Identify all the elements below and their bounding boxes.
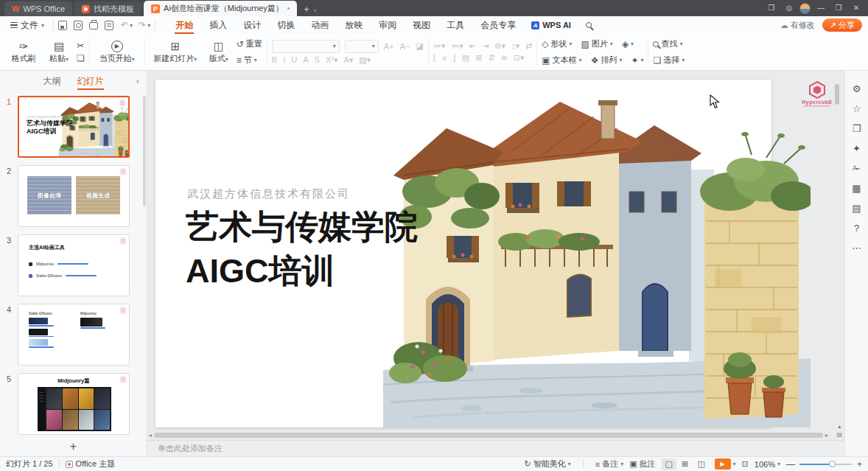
chart-tools-icon[interactable]: ▦ — [852, 184, 861, 194]
alignment-button[interactable]: ≋ — [501, 53, 508, 63]
properties-icon[interactable]: ⚙ — [853, 84, 861, 94]
share-button[interactable]: ↗ 分享 — [822, 18, 862, 32]
paragraph-button[interactable]: ⇥ — [482, 41, 489, 51]
alignment-button[interactable]: ⌋ — [452, 53, 455, 63]
sorter-view-button[interactable]: ⊞ — [678, 458, 693, 470]
avatar[interactable] — [799, 3, 811, 14]
panel-scrollbar[interactable] — [143, 96, 146, 206]
section-button[interactable]: ≡ 节 ▾ — [237, 53, 262, 67]
alignment-button[interactable]: ▤ — [462, 53, 469, 63]
add-slide-button[interactable]: + — [0, 437, 147, 456]
paragraph-button[interactable]: ⇤ — [469, 41, 476, 51]
skin-center-icon[interactable]: ✁ — [853, 164, 861, 174]
textbox-button[interactable]: ▣文本框▾ — [542, 53, 581, 67]
fit-to-window-icon[interactable]: ⊡ — [742, 459, 749, 469]
slide-artwork[interactable] — [383, 81, 811, 428]
zoom-in-button[interactable]: + — [857, 459, 862, 470]
slideshow-play-button[interactable]: ▶ — [715, 458, 731, 470]
menu-design[interactable]: 设计 — [235, 16, 269, 34]
paragraph-button[interactable]: ⊜▾ — [494, 41, 505, 51]
menu-review[interactable]: 审阅 — [371, 16, 405, 34]
menu-tools[interactable]: 工具 — [438, 16, 472, 34]
zoom-slider-thumb[interactable] — [829, 461, 836, 467]
menu-membership[interactable]: 会员专享 — [472, 16, 524, 34]
wps-ai-button[interactable]: A WPS AI — [524, 21, 578, 29]
font-style-button[interactable]: U — [291, 55, 297, 64]
slide-thumbnail-5[interactable]: Midjounry篇 — [18, 373, 130, 435]
export-icon[interactable] — [74, 21, 83, 30]
smart-beautify-button[interactable]: ↻ 智能美化▾ — [525, 458, 571, 470]
zoom-out-button[interactable]: — — [786, 459, 795, 470]
smart-graphic-button[interactable]: ◈▾ — [622, 37, 634, 51]
font-style-button[interactable]: A — [303, 55, 308, 64]
favorites-icon[interactable]: ☆ — [853, 104, 861, 114]
tab-docer-templates[interactable]: 找稻壳模板 — [74, 1, 141, 16]
paragraph-button[interactable]: ⇄ — [525, 41, 532, 51]
font-style-button[interactable]: ▨▾ — [359, 55, 371, 65]
alignment-button[interactable]: ⊡▾ — [514, 53, 525, 63]
font-size-select[interactable]: ▾ — [345, 40, 379, 53]
undo-button[interactable]: ↶ — [121, 20, 128, 30]
scroll-right-icon[interactable]: ▸ — [825, 432, 828, 439]
horizontal-scrollbar-thumb[interactable] — [154, 433, 823, 438]
reset-button[interactable]: ↺ 重置 — [237, 37, 262, 51]
slide-thumbnail-1[interactable]: 武汉超方体信息技术有限公司 艺术与传媒学院 AIGC培训 ⬡ — [18, 96, 130, 158]
scroll-left-icon[interactable]: ◂ — [149, 432, 152, 439]
menu-insert[interactable]: 插入 — [201, 16, 235, 34]
help-icon[interactable]: ? — [854, 223, 859, 234]
notes-input[interactable]: 单击此处添加备注 — [147, 440, 844, 456]
new-tab-button[interactable]: + — [299, 4, 314, 16]
search-icon[interactable] — [586, 22, 592, 28]
menu-transition[interactable]: 切换 — [269, 16, 303, 34]
paste-button[interactable]: ▤ 粘贴▾ — [41, 41, 77, 64]
menu-animation[interactable]: 动画 — [303, 16, 337, 34]
restore-button[interactable]: ❐ — [831, 0, 846, 16]
vertical-scrollbar[interactable] — [834, 78, 840, 422]
more-icon[interactable]: ⋯ — [852, 243, 861, 254]
font-style-button[interactable]: B — [272, 55, 277, 64]
font-size-button[interactable]: A− — [400, 42, 410, 51]
previous-slide-button[interactable]: ▴ — [838, 423, 841, 430]
zoom-level-button[interactable]: 106%▾ — [755, 460, 780, 469]
alignment-button[interactable]: ⇵ — [488, 53, 494, 63]
slide-thumbnail-3[interactable]: 主流AI绘画工具 Midjourney Stable Diffusion ⬡ — [18, 234, 130, 296]
save-icon[interactable] — [58, 21, 67, 30]
paragraph-button[interactable]: ≔▾ — [433, 41, 446, 51]
workspace-icon[interactable]: ◎ — [782, 0, 797, 16]
slide-company-text[interactable]: 武汉超方体信息技术有限公司 — [187, 187, 350, 201]
normal-view-button[interactable]: ▢ — [662, 458, 676, 470]
slide-thumbnail-2[interactable]: 图像处理 视频生成 ⬡ — [18, 165, 130, 227]
font-size-button[interactable]: ◪ — [416, 41, 423, 51]
file-menu-button[interactable]: 文件 ▾ — [6, 19, 49, 32]
tab-wps-office[interactable]: W WPS Office — [4, 1, 72, 16]
font-style-button[interactable]: X²▾ — [326, 55, 338, 65]
new-slide-button[interactable]: ⊞ 新建幻灯片▾ — [150, 41, 201, 64]
print-preview-icon[interactable] — [105, 21, 113, 30]
minimize-button[interactable]: — — [813, 0, 828, 16]
slide-title-text[interactable]: 艺术与传媒学院 AIGC培训 — [186, 205, 418, 293]
reading-view-button[interactable]: ◫ — [694, 458, 709, 470]
copy-icon[interactable]: ❏ — [77, 54, 85, 63]
resources-icon[interactable]: ▤ — [852, 203, 861, 214]
alignment-button[interactable]: ⌊ — [433, 53, 436, 63]
menu-home[interactable]: 开始 — [167, 16, 201, 34]
company-logo[interactable]: HypercubE — [797, 75, 837, 112]
font-style-button[interactable]: I — [283, 55, 285, 64]
format-painter-button[interactable]: ✑ 格式刷 — [6, 41, 41, 64]
ai-tools-icon[interactable]: ✦ — [853, 144, 861, 154]
shapes-button[interactable]: ◇形状▾ — [542, 37, 572, 51]
font-style-button[interactable]: A▾ — [343, 55, 353, 65]
theme-label[interactable]: Office 主题 — [76, 458, 116, 470]
tab-outline[interactable]: 大纲 — [43, 71, 61, 91]
slide-library-icon[interactable]: ❐ — [853, 124, 861, 134]
layout-button[interactable]: ◫ 版式▾ — [201, 41, 237, 64]
page-nav-icon[interactable]: ▤ — [836, 431, 842, 438]
find-button[interactable]: 查找▾ — [653, 37, 685, 51]
print-icon[interactable] — [89, 22, 98, 29]
notes-button[interactable]: ≡ 备注▾ — [595, 458, 623, 470]
close-button[interactable]: ✕ — [849, 0, 864, 16]
menu-view[interactable]: 视图 — [405, 16, 438, 34]
tab-current-document[interactable]: P Ai创意绘画课堂（Midjourney篇） • — [144, 1, 297, 16]
arrange-button[interactable]: ❖排列▾ — [591, 53, 623, 67]
slide-thumbnail-4[interactable]: Stable Diffusion Midjourney — [18, 304, 130, 366]
